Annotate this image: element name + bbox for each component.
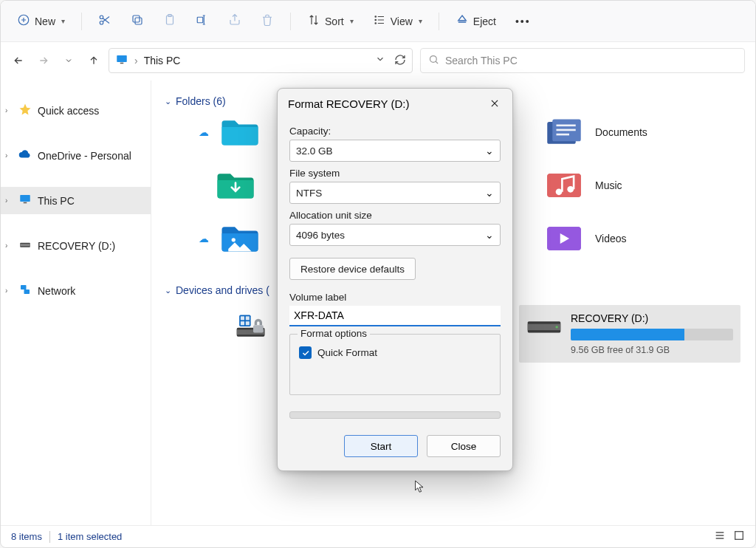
- nav-arrows: [11, 53, 101, 68]
- sort-button[interactable]: Sort ▾: [301, 9, 360, 33]
- folder-icon: [219, 116, 261, 148]
- allocation-select[interactable]: 4096 bytes ⌄: [289, 224, 501, 246]
- folder-item-videos[interactable]: Videos: [543, 222, 740, 255]
- paste-button[interactable]: [157, 9, 182, 33]
- sidebar-item-label: RECOVERY (D:): [38, 240, 115, 252]
- rename-icon: [196, 13, 209, 29]
- recent-locations-button[interactable]: [61, 53, 76, 68]
- sidebar-item-recovery-drive[interactable]: › RECOVERY (D:): [1, 232, 151, 259]
- view-button[interactable]: View ▾: [367, 9, 428, 33]
- star-icon: [18, 103, 32, 118]
- scissors-icon: [98, 13, 111, 29]
- svg-rect-39: [253, 325, 264, 332]
- more-button[interactable]: •••: [509, 11, 537, 32]
- new-button[interactable]: New ▾: [11, 9, 71, 33]
- navigation-row: › This PC Search This PC: [1, 42, 755, 81]
- search-box[interactable]: Search This PC: [420, 48, 745, 73]
- svg-point-9: [375, 19, 377, 21]
- folder-label: Music: [595, 179, 622, 191]
- drive-item-recovery[interactable]: RECOVERY (D:) 9.56 GB free of 31.9 GB: [519, 305, 740, 363]
- capacity-label: Capacity:: [289, 126, 501, 137]
- copy-button[interactable]: [125, 9, 150, 33]
- chevron-down-icon: ⌄: [485, 229, 494, 241]
- sidebar-item-onedrive[interactable]: › OneDrive - Personal: [1, 142, 151, 169]
- capacity-select[interactable]: 32.0 GB ⌄: [289, 140, 501, 162]
- chevron-down-icon: ⌄: [485, 145, 494, 157]
- svg-rect-3: [135, 18, 142, 24]
- cut-button[interactable]: [92, 9, 117, 33]
- monitor-icon: [115, 53, 128, 69]
- close-button[interactable]: Close: [427, 435, 501, 457]
- filesystem-value: NTFS: [296, 188, 322, 199]
- sidebar-item-this-pc[interactable]: › This PC: [1, 187, 151, 214]
- videos-folder-icon: [543, 222, 585, 255]
- folder-item-music[interactable]: Music: [543, 169, 740, 202]
- start-button[interactable]: Start: [344, 435, 418, 457]
- rename-button[interactable]: [190, 9, 215, 33]
- eject-button[interactable]: Eject: [450, 9, 502, 33]
- svg-point-29: [232, 238, 236, 242]
- search-placeholder: Search This PC: [445, 55, 518, 66]
- refresh-button[interactable]: [394, 54, 406, 68]
- capacity-value: 32.0 GB: [296, 145, 333, 157]
- svg-rect-23: [557, 129, 576, 131]
- documents-folder-icon: [543, 116, 585, 148]
- format-dialog: Format RECOVERY (D:) Capacity: 32.0 GB ⌄…: [277, 88, 513, 471]
- up-button[interactable]: [86, 53, 101, 68]
- svg-rect-24: [557, 134, 570, 136]
- svg-point-42: [555, 326, 557, 328]
- dialog-title: Format RECOVERY (D:): [288, 97, 409, 110]
- delete-button[interactable]: [255, 9, 280, 33]
- drive-name: RECOVERY (D:): [571, 312, 733, 324]
- svg-rect-36: [246, 316, 250, 320]
- checkbox-checked-icon: [299, 346, 312, 359]
- music-folder-icon: [543, 169, 585, 202]
- drive-icon: [18, 238, 32, 253]
- sidebar-item-quick-access[interactable]: › Quick access: [1, 97, 151, 124]
- chevron-right-icon: ›: [5, 106, 13, 114]
- view-button-label: View: [391, 16, 413, 27]
- drive-free-text: 9.56 GB free of 31.9 GB: [571, 345, 733, 355]
- view-icon: [373, 13, 386, 29]
- start-button-label: Start: [371, 441, 392, 452]
- restore-defaults-label: Restore device defaults: [300, 264, 405, 275]
- network-icon: [18, 283, 32, 298]
- volume-label-input[interactable]: [289, 306, 501, 326]
- large-icons-view-button[interactable]: [733, 530, 745, 544]
- svg-point-8: [375, 16, 377, 18]
- cloud-sync-icon: ☁: [199, 126, 209, 138]
- restore-defaults-button[interactable]: Restore device defaults: [289, 258, 416, 280]
- navigation-pane: › Quick access › OneDrive - Personal › T…: [1, 81, 151, 525]
- filesystem-select[interactable]: NTFS ⌄: [289, 182, 501, 204]
- file-explorer-window: New ▾: [0, 0, 756, 548]
- share-button[interactable]: [222, 9, 247, 33]
- forward-button[interactable]: [36, 53, 51, 68]
- svg-point-13: [430, 56, 437, 63]
- quick-format-checkbox[interactable]: Quick Format: [299, 346, 491, 359]
- drive-usage-bar: [571, 329, 733, 340]
- folder-item-documents[interactable]: Documents: [543, 116, 740, 148]
- trash-icon: [261, 13, 274, 29]
- folder-label: Documents: [595, 126, 647, 138]
- details-view-button[interactable]: [714, 530, 726, 544]
- back-button[interactable]: [11, 53, 26, 68]
- svg-point-2: [100, 21, 103, 25]
- close-button-label: Close: [451, 441, 477, 452]
- sidebar-item-network[interactable]: › Network: [1, 277, 151, 304]
- sort-icon: [307, 13, 320, 29]
- filesystem-label: File system: [289, 168, 501, 179]
- share-icon: [228, 13, 241, 29]
- address-bar[interactable]: › This PC: [109, 48, 413, 73]
- svg-rect-14: [20, 195, 30, 202]
- address-dropdown[interactable]: [375, 54, 385, 68]
- close-icon[interactable]: [487, 96, 502, 111]
- breadcrumb-location[interactable]: This PC: [144, 55, 181, 66]
- copy-icon: [131, 13, 144, 29]
- chevron-down-icon: ▾: [61, 17, 65, 25]
- allocation-value: 4096 bytes: [296, 230, 345, 241]
- status-item-count: 8 items: [11, 531, 42, 542]
- format-progress-bar: [289, 411, 501, 419]
- drive-icon: [526, 312, 562, 340]
- quick-format-label: Quick Format: [317, 347, 377, 358]
- cloud-icon: [18, 148, 32, 163]
